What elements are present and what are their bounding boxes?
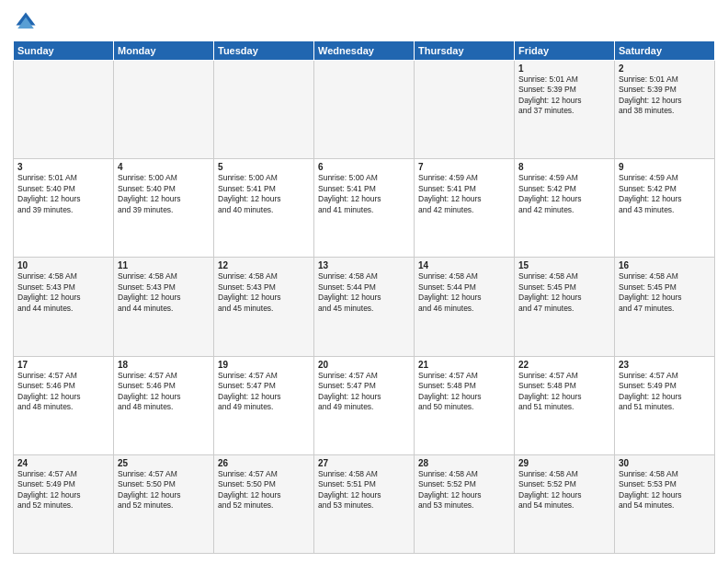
header-day-friday: Friday xyxy=(515,41,615,61)
day-cell: 20Sunrise: 4:57 AM Sunset: 5:47 PM Dayli… xyxy=(314,356,415,454)
day-cell: 4Sunrise: 5:00 AM Sunset: 5:40 PM Daylig… xyxy=(114,159,214,258)
calendar: SundayMondayTuesdayWednesdayThursdayFrid… xyxy=(13,40,715,554)
day-number: 5 xyxy=(218,162,310,172)
day-info: Sunrise: 4:57 AM Sunset: 5:46 PM Dayligh… xyxy=(17,371,109,413)
day-cell: 12Sunrise: 4:58 AM Sunset: 5:43 PM Dayli… xyxy=(214,258,314,356)
day-number: 16 xyxy=(619,260,711,270)
day-number: 14 xyxy=(418,260,510,270)
day-info: Sunrise: 4:58 AM Sunset: 5:52 PM Dayligh… xyxy=(418,469,510,511)
day-number: 25 xyxy=(118,458,210,468)
day-info: Sunrise: 4:59 AM Sunset: 5:41 PM Dayligh… xyxy=(418,173,510,215)
day-info: Sunrise: 4:59 AM Sunset: 5:42 PM Dayligh… xyxy=(518,173,610,215)
week-row-3: 10Sunrise: 4:58 AM Sunset: 5:43 PM Dayli… xyxy=(14,258,715,356)
day-info: Sunrise: 4:57 AM Sunset: 5:47 PM Dayligh… xyxy=(318,371,410,413)
day-info: Sunrise: 5:01 AM Sunset: 5:39 PM Dayligh… xyxy=(518,75,610,117)
day-info: Sunrise: 5:00 AM Sunset: 5:41 PM Dayligh… xyxy=(318,173,410,215)
day-number: 8 xyxy=(518,162,610,172)
day-number: 12 xyxy=(218,260,310,270)
day-cell: 28Sunrise: 4:58 AM Sunset: 5:52 PM Dayli… xyxy=(415,454,515,553)
day-info: Sunrise: 4:58 AM Sunset: 5:43 PM Dayligh… xyxy=(118,271,210,314)
page: SundayMondayTuesdayWednesdayThursdayFrid… xyxy=(0,0,728,563)
day-cell: 24Sunrise: 4:57 AM Sunset: 5:49 PM Dayli… xyxy=(14,454,114,553)
day-number: 7 xyxy=(418,162,510,172)
calendar-header: SundayMondayTuesdayWednesdayThursdayFrid… xyxy=(14,41,715,61)
day-info: Sunrise: 4:58 AM Sunset: 5:43 PM Dayligh… xyxy=(218,271,310,314)
day-cell xyxy=(415,61,515,159)
week-row-4: 17Sunrise: 4:57 AM Sunset: 5:46 PM Dayli… xyxy=(14,356,715,454)
logo-icon xyxy=(13,9,39,35)
day-number: 3 xyxy=(17,162,109,172)
day-cell: 6Sunrise: 5:00 AM Sunset: 5:41 PM Daylig… xyxy=(314,159,415,258)
day-info: Sunrise: 4:58 AM Sunset: 5:52 PM Dayligh… xyxy=(518,469,610,511)
day-cell: 11Sunrise: 4:58 AM Sunset: 5:43 PM Dayli… xyxy=(114,258,214,356)
day-number: 22 xyxy=(518,360,610,370)
day-cell: 2Sunrise: 5:01 AM Sunset: 5:39 PM Daylig… xyxy=(615,61,715,159)
day-cell: 7Sunrise: 4:59 AM Sunset: 5:41 PM Daylig… xyxy=(415,159,515,258)
day-number: 18 xyxy=(118,360,210,370)
day-cell: 17Sunrise: 4:57 AM Sunset: 5:46 PM Dayli… xyxy=(14,356,114,454)
day-number: 20 xyxy=(318,360,410,370)
day-cell: 23Sunrise: 4:57 AM Sunset: 5:49 PM Dayli… xyxy=(615,356,715,454)
day-cell: 14Sunrise: 4:58 AM Sunset: 5:44 PM Dayli… xyxy=(415,258,515,356)
day-info: Sunrise: 4:57 AM Sunset: 5:50 PM Dayligh… xyxy=(118,469,210,511)
day-info: Sunrise: 4:58 AM Sunset: 5:51 PM Dayligh… xyxy=(318,469,410,511)
day-info: Sunrise: 4:58 AM Sunset: 5:43 PM Dayligh… xyxy=(17,271,109,314)
day-info: Sunrise: 5:01 AM Sunset: 5:40 PM Dayligh… xyxy=(17,173,109,215)
day-cell: 5Sunrise: 5:00 AM Sunset: 5:41 PM Daylig… xyxy=(214,159,314,258)
day-number: 6 xyxy=(318,162,410,172)
day-cell: 1Sunrise: 5:01 AM Sunset: 5:39 PM Daylig… xyxy=(515,61,615,159)
day-number: 2 xyxy=(619,63,711,74)
day-info: Sunrise: 4:58 AM Sunset: 5:45 PM Dayligh… xyxy=(518,271,610,314)
day-info: Sunrise: 4:57 AM Sunset: 5:50 PM Dayligh… xyxy=(218,469,310,511)
day-number: 19 xyxy=(218,360,310,370)
day-info: Sunrise: 4:57 AM Sunset: 5:47 PM Dayligh… xyxy=(218,371,310,413)
header-row: SundayMondayTuesdayWednesdayThursdayFrid… xyxy=(14,41,715,61)
calendar-body: 1Sunrise: 5:01 AM Sunset: 5:39 PM Daylig… xyxy=(14,61,715,554)
day-cell: 21Sunrise: 4:57 AM Sunset: 5:48 PM Dayli… xyxy=(415,356,515,454)
day-cell: 16Sunrise: 4:58 AM Sunset: 5:45 PM Dayli… xyxy=(615,258,715,356)
day-info: Sunrise: 5:00 AM Sunset: 5:41 PM Dayligh… xyxy=(218,173,310,215)
day-cell xyxy=(314,61,415,159)
header-day-thursday: Thursday xyxy=(415,41,515,61)
week-row-1: 1Sunrise: 5:01 AM Sunset: 5:39 PM Daylig… xyxy=(14,61,715,159)
header-day-saturday: Saturday xyxy=(615,41,715,61)
day-info: Sunrise: 4:57 AM Sunset: 5:49 PM Dayligh… xyxy=(17,469,109,511)
day-info: Sunrise: 4:57 AM Sunset: 5:48 PM Dayligh… xyxy=(418,371,510,413)
day-cell: 19Sunrise: 4:57 AM Sunset: 5:47 PM Dayli… xyxy=(214,356,314,454)
day-info: Sunrise: 4:57 AM Sunset: 5:49 PM Dayligh… xyxy=(619,371,711,413)
day-number: 26 xyxy=(218,458,310,468)
day-cell: 15Sunrise: 4:58 AM Sunset: 5:45 PM Dayli… xyxy=(515,258,615,356)
day-info: Sunrise: 4:58 AM Sunset: 5:44 PM Dayligh… xyxy=(318,271,410,314)
week-row-5: 24Sunrise: 4:57 AM Sunset: 5:49 PM Dayli… xyxy=(14,454,715,553)
day-info: Sunrise: 4:58 AM Sunset: 5:44 PM Dayligh… xyxy=(418,271,510,314)
day-cell: 9Sunrise: 4:59 AM Sunset: 5:42 PM Daylig… xyxy=(615,159,715,258)
day-cell xyxy=(214,61,314,159)
day-cell: 3Sunrise: 5:01 AM Sunset: 5:40 PM Daylig… xyxy=(14,159,114,258)
day-cell: 22Sunrise: 4:57 AM Sunset: 5:48 PM Dayli… xyxy=(515,356,615,454)
day-number: 11 xyxy=(118,260,210,270)
day-cell: 25Sunrise: 4:57 AM Sunset: 5:50 PM Dayli… xyxy=(114,454,214,553)
day-number: 27 xyxy=(318,458,410,468)
day-number: 1 xyxy=(518,63,610,74)
day-number: 29 xyxy=(518,458,610,468)
day-cell: 26Sunrise: 4:57 AM Sunset: 5:50 PM Dayli… xyxy=(214,454,314,553)
day-info: Sunrise: 4:58 AM Sunset: 5:45 PM Dayligh… xyxy=(619,271,711,314)
day-cell: 18Sunrise: 4:57 AM Sunset: 5:46 PM Dayli… xyxy=(114,356,214,454)
day-cell: 10Sunrise: 4:58 AM Sunset: 5:43 PM Dayli… xyxy=(14,258,114,356)
day-number: 4 xyxy=(118,162,210,172)
day-number: 30 xyxy=(619,458,711,468)
header-day-monday: Monday xyxy=(114,41,214,61)
day-number: 9 xyxy=(619,162,711,172)
day-cell: 13Sunrise: 4:58 AM Sunset: 5:44 PM Dayli… xyxy=(314,258,415,356)
day-number: 28 xyxy=(418,458,510,468)
day-number: 17 xyxy=(17,360,109,370)
day-info: Sunrise: 5:00 AM Sunset: 5:40 PM Dayligh… xyxy=(118,173,210,215)
day-cell xyxy=(114,61,214,159)
week-row-2: 3Sunrise: 5:01 AM Sunset: 5:40 PM Daylig… xyxy=(14,159,715,258)
day-cell: 27Sunrise: 4:58 AM Sunset: 5:51 PM Dayli… xyxy=(314,454,415,553)
header-day-sunday: Sunday xyxy=(14,41,114,61)
day-cell: 8Sunrise: 4:59 AM Sunset: 5:42 PM Daylig… xyxy=(515,159,615,258)
logo xyxy=(13,9,42,35)
day-info: Sunrise: 4:57 AM Sunset: 5:46 PM Dayligh… xyxy=(118,371,210,413)
day-info: Sunrise: 4:58 AM Sunset: 5:53 PM Dayligh… xyxy=(619,469,711,511)
